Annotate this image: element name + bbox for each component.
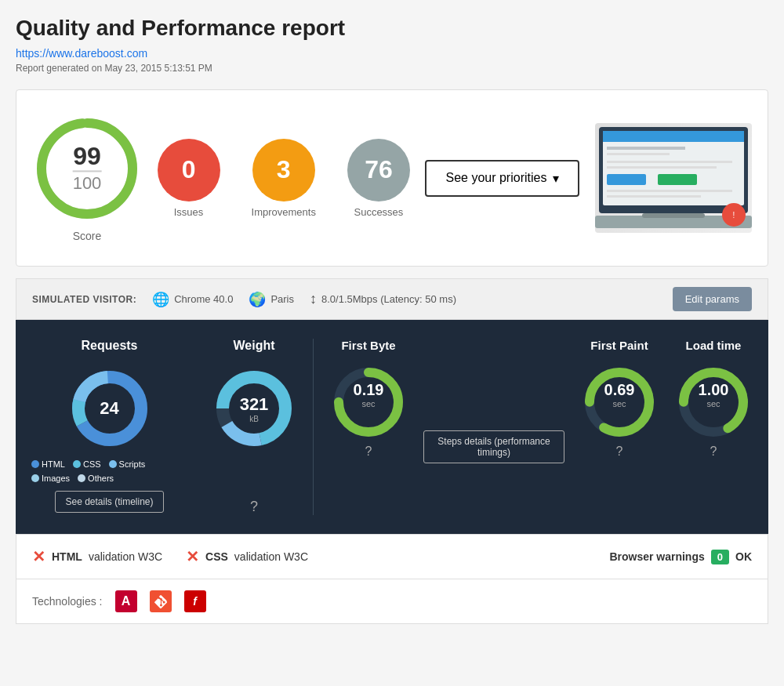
score-ring: 99 100 [32, 114, 142, 223]
requests-legend: HTML CSS Scripts Images [31, 459, 187, 483]
flash-icon: f [184, 590, 206, 612]
screenshot-badge: ! [722, 203, 746, 227]
requests-title: Requests [81, 339, 137, 353]
metrics-group: 0 Issues 3 Improvements 76 Successes [158, 139, 410, 218]
steps-details-button[interactable]: Steps details (performance timings) [423, 430, 564, 463]
issues-circle: 0 [158, 139, 220, 201]
load-time-unit: sec [699, 399, 729, 408]
first-paint-unit: sec [604, 399, 635, 408]
legend-scripts: Scripts [109, 459, 146, 469]
angular-icon: A [115, 590, 137, 612]
first-paint-metric: First Paint 0.69 sec ? [580, 339, 659, 459]
weight-metric: Weight 321 kB ? [211, 339, 297, 515]
git-icon [150, 590, 172, 612]
location-icon: 🌍 [249, 291, 266, 308]
weight-value: 321 [240, 394, 269, 415]
browser-warnings-section: Browser warnings 0 OK [609, 550, 752, 564]
svg-rect-4 [603, 131, 744, 142]
svg-rect-12 [607, 195, 701, 198]
first-byte-unit: sec [354, 399, 384, 408]
weight-donut: 321 kB [211, 365, 297, 452]
load-time-help-icon[interactable]: ? [710, 445, 717, 459]
svg-rect-14 [642, 213, 705, 218]
report-date: Report generated on May 23, 2015 5:13:51… [16, 63, 768, 74]
site-screenshot: ! [595, 123, 752, 233]
browser-item: 🌐 Chrome 40.0 [152, 291, 233, 308]
visitor-bar: SIMULATED VISITOR: 🌐 Chrome 40.0 🌍 Paris… [16, 278, 768, 320]
html-validation: ✕ HTML validation W3C [32, 547, 162, 566]
successes-circle: 76 [347, 139, 410, 201]
technologies-label: Technologies : [32, 595, 103, 608]
visitor-label: SIMULATED VISITOR: [32, 294, 136, 305]
first-paint-help-icon[interactable]: ? [616, 445, 623, 459]
svg-rect-7 [607, 161, 732, 163]
edit-params-button[interactable]: Edit params [673, 287, 752, 311]
weight-unit: kB [240, 415, 269, 423]
issues-metric: 0 Issues [158, 139, 220, 218]
svg-rect-6 [607, 153, 670, 155]
first-paint-arc: 0.69 sec [580, 363, 659, 441]
first-byte-title: First Byte [341, 339, 395, 352]
html-suffix: validation W3C [89, 550, 162, 563]
page-title: Quality and Performance report [16, 16, 768, 41]
svg-rect-8 [607, 166, 717, 169]
weight-help-icon[interactable]: ? [250, 499, 258, 515]
priorities-button[interactable]: See your priorities ▾ [425, 160, 579, 197]
score-numerator: 99 [73, 143, 102, 170]
improvements-label: Improvements [252, 206, 316, 218]
report-url-link[interactable]: https://www.dareboost.com [16, 47, 768, 60]
successes-metric: 76 Successes [347, 139, 410, 218]
improvements-circle: 3 [252, 139, 315, 201]
issues-label: Issues [174, 206, 204, 218]
requests-metric: Requests 24 HTML [31, 339, 187, 515]
timeline-details-button[interactable]: See details (timeline) [55, 491, 163, 513]
improvements-metric: 3 Improvements [252, 139, 316, 218]
first-byte-metric: First Byte 0.19 sec ? [329, 339, 408, 459]
load-time-arc: 1.00 sec [674, 363, 753, 441]
css-validation: ✕ CSS validation W3C [186, 547, 308, 566]
browser-warnings-label: Browser warnings [609, 550, 704, 563]
legend-html: HTML [31, 459, 65, 469]
html-validation-fail-icon: ✕ [32, 547, 45, 566]
css-label: CSS [205, 550, 228, 563]
svg-rect-5 [607, 147, 685, 150]
location-item: 🌍 Paris [249, 291, 294, 308]
score-section: 99 100 Score [32, 114, 142, 242]
chevron-down-icon: ▾ [553, 171, 559, 186]
load-time-metric: Load time 1.00 sec ? [674, 339, 753, 459]
load-time-value: 1.00 [699, 381, 729, 399]
first-byte-arc: 0.19 sec [329, 363, 408, 441]
legend-images: Images [31, 474, 70, 483]
perf-right-panel: First Byte 0.19 sec ? Steps details (per… [314, 339, 753, 515]
score-label: Score [73, 230, 102, 242]
html-label: HTML [52, 550, 82, 563]
first-byte-help-icon[interactable]: ? [365, 445, 372, 459]
load-time-title: Load time [686, 339, 742, 352]
score-denominator: 100 [73, 171, 102, 194]
weight-title: Weight [233, 339, 274, 353]
performance-section: Requests 24 HTML [16, 320, 768, 534]
requests-donut: 24 [67, 365, 153, 452]
svg-rect-10 [658, 174, 697, 185]
location-name: Paris [270, 293, 294, 305]
svg-rect-9 [607, 174, 646, 185]
first-paint-value: 0.69 [604, 381, 635, 399]
first-byte-value: 0.19 [354, 381, 384, 399]
perf-left-panel: Requests 24 HTML [31, 339, 314, 515]
browser-warnings-status: OK [735, 550, 752, 563]
successes-label: Successes [354, 206, 403, 218]
legend-css: CSS [73, 459, 101, 469]
validation-row: ✕ HTML validation W3C ✕ CSS validation W… [16, 534, 768, 579]
browser-warnings-count: 0 [711, 550, 729, 564]
connection-speed: 8.0/1.5Mbps (Latency: 50 ms) [321, 293, 456, 305]
score-card: 99 100 Score 0 Issues 3 Improvements 76 … [16, 89, 768, 267]
browser-name: Chrome 40.0 [174, 293, 233, 305]
browser-icon: 🌐 [152, 291, 169, 308]
technologies-row: Technologies : A f [16, 579, 768, 624]
priorities-label: See your priorities [445, 171, 546, 185]
requests-value: 24 [100, 398, 118, 419]
connection-icon: ↕ [310, 291, 317, 307]
legend-others: Others [78, 474, 114, 483]
first-paint-title: First Paint [590, 339, 648, 352]
css-validation-fail-icon: ✕ [186, 547, 199, 566]
